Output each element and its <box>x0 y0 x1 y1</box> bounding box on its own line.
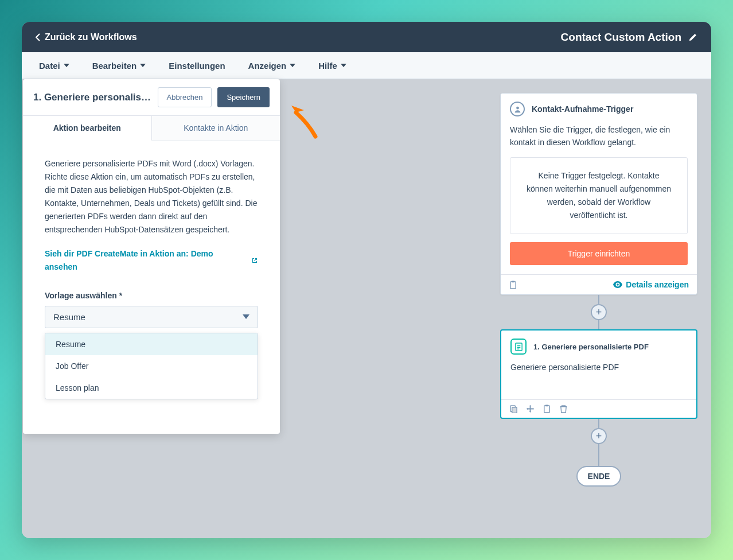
panel-body: Generiere personalisierte PDFs mit Word … <box>23 141 280 434</box>
connector: + <box>500 295 697 329</box>
back-to-workflows-link[interactable]: Zurück zu Workflows <box>36 32 137 42</box>
menu-help[interactable]: Hilfe <box>307 52 358 79</box>
template-select-value: Resume <box>53 312 85 322</box>
eye-icon <box>613 281 622 288</box>
chevron-down-icon <box>64 64 69 67</box>
save-button[interactable]: Speichern <box>217 87 270 107</box>
svg-point-0 <box>516 106 519 109</box>
page-title: Contact Custom Action <box>561 31 681 44</box>
details-label: Details anzeigen <box>626 280 689 289</box>
trigger-empty-state: Keine Trigger festgelegt. Kontakte könne… <box>510 157 688 234</box>
connector-line <box>598 295 599 304</box>
external-link-icon <box>251 257 258 264</box>
end-node: ENDE <box>576 466 622 487</box>
action-description: Generiere personalisierte PDFs mit Word … <box>45 157 258 237</box>
template-option-resume[interactable]: Resume <box>45 333 258 355</box>
svg-rect-6 <box>512 407 517 413</box>
svg-rect-4 <box>515 343 521 351</box>
chevron-down-icon <box>341 64 346 67</box>
copy-icon[interactable] <box>509 405 518 413</box>
menu-view-label: Anzeigen <box>248 61 287 71</box>
menubar: Datei Bearbeiten Einstellungen Anzeigen … <box>22 52 711 79</box>
pencil-icon[interactable] <box>688 33 697 42</box>
menu-edit[interactable]: Bearbeiten <box>81 52 158 79</box>
menu-settings[interactable]: Einstellungen <box>157 52 236 79</box>
action-head: 1. Generiere personalisierte PDF <box>501 330 696 359</box>
action-body: Generiere personalisierte PDF <box>501 359 696 399</box>
template-option-lesson-plan[interactable]: Lesson plan <box>45 377 258 399</box>
add-step-button[interactable]: + <box>591 304 607 320</box>
move-icon[interactable] <box>526 405 535 413</box>
action-title: 1. Generiere personalisierte PDF <box>533 343 649 351</box>
contact-icon <box>510 102 525 116</box>
content-area: 1. Generiere personalisierte… Abbrechen … <box>22 79 711 538</box>
template-select[interactable]: Resume <box>45 306 258 328</box>
clipboard-icon[interactable] <box>509 281 517 289</box>
svg-point-3 <box>617 283 619 286</box>
trigger-title: Kontakt-Aufnahme-Trigger <box>532 104 633 114</box>
setup-trigger-button[interactable]: Trigger einrichten <box>510 242 688 265</box>
menu-edit-label: Bearbeiten <box>92 61 137 71</box>
panel-tabs: Aktion bearbeiten Kontakte in Aktion <box>23 115 280 141</box>
trigger-head: Kontakt-Aufnahme-Trigger <box>501 94 697 121</box>
connector-line <box>598 320 599 329</box>
trigger-card-footer: Details anzeigen <box>501 274 697 294</box>
menu-file-label: Datei <box>39 61 60 71</box>
demo-link-text: Sieh dir PDF CreateMate in Aktion an: De… <box>45 247 248 274</box>
chevron-down-icon <box>140 64 146 67</box>
tab-contacts-in-action[interactable]: Kontakte in Aktion <box>152 115 280 141</box>
cancel-button[interactable]: Abbrechen <box>158 87 212 107</box>
svg-rect-1 <box>510 282 516 289</box>
titlebar: Zurück zu Workflows Contact Custom Actio… <box>22 22 711 52</box>
svg-rect-7 <box>544 406 549 413</box>
menu-settings-label: Einstellungen <box>169 61 225 71</box>
workflow-canvas: Kontakt-Aufnahme-Trigger Wählen Sie die … <box>500 93 697 487</box>
svg-rect-2 <box>512 281 515 282</box>
trigger-description: Wählen Sie die Trigger, die festlegen, w… <box>501 121 697 157</box>
template-select-label: Vorlage auswählen * <box>45 291 258 300</box>
connector-line <box>598 453 599 466</box>
menu-file[interactable]: Datei <box>28 52 81 79</box>
chevron-left-icon <box>36 33 40 41</box>
trash-icon[interactable] <box>559 405 568 413</box>
connector-line <box>598 444 599 453</box>
connector-line <box>598 419 599 428</box>
demo-link[interactable]: Sieh dir PDF CreateMate in Aktion an: De… <box>45 247 258 274</box>
title-right: Contact Custom Action <box>561 31 697 44</box>
svg-rect-8 <box>545 405 549 407</box>
template-option-job-offer[interactable]: Job Offer <box>45 355 258 377</box>
app-window: Zurück zu Workflows Contact Custom Actio… <box>22 22 711 538</box>
action-card-footer <box>501 399 696 418</box>
connector: + ENDE <box>500 419 697 487</box>
menu-help-label: Hilfe <box>318 61 337 71</box>
pdf-action-icon <box>510 339 527 355</box>
tab-edit-action[interactable]: Aktion bearbeiten <box>23 115 152 141</box>
add-step-button[interactable]: + <box>591 428 607 444</box>
details-link[interactable]: Details anzeigen <box>613 280 689 289</box>
back-label: Zurück zu Workflows <box>45 32 137 42</box>
trigger-card[interactable]: Kontakt-Aufnahme-Trigger Wählen Sie die … <box>500 93 697 295</box>
chevron-down-icon <box>243 314 249 319</box>
panel-header: 1. Generiere personalisierte… Abbrechen … <box>23 79 280 115</box>
clipboard-icon[interactable] <box>543 405 551 413</box>
action-card[interactable]: 1. Generiere personalisierte PDF Generie… <box>500 329 697 419</box>
action-edit-panel: 1. Generiere personalisierte… Abbrechen … <box>23 79 280 434</box>
template-dropdown: Resume Job Offer Lesson plan <box>45 333 258 399</box>
panel-title: 1. Generiere personalisierte… <box>33 92 152 103</box>
menu-view[interactable]: Anzeigen <box>237 52 307 79</box>
chevron-down-icon <box>290 64 295 67</box>
